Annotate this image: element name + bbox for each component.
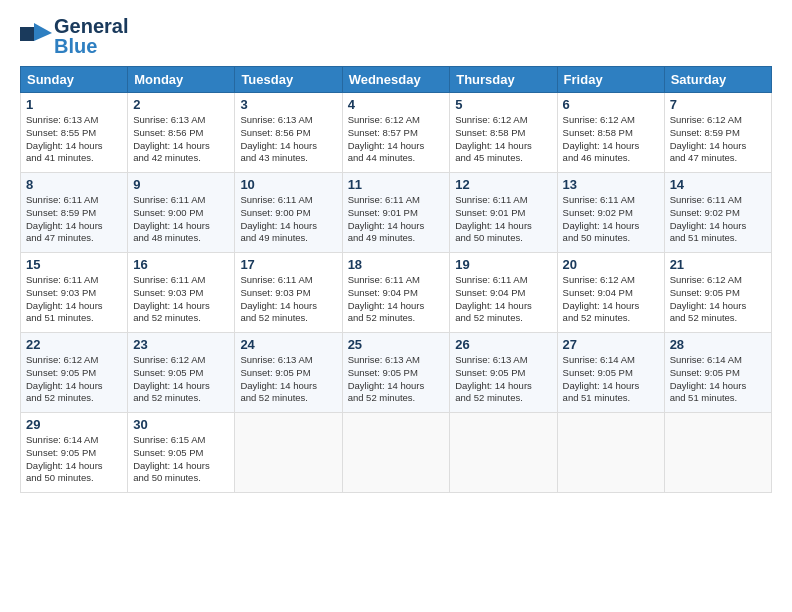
day-number: 9: [133, 177, 229, 192]
calendar-cell: 9Sunrise: 6:11 AM Sunset: 9:00 PM Daylig…: [128, 173, 235, 253]
calendar-cell: [235, 413, 342, 493]
day-info: Sunrise: 6:13 AM Sunset: 8:55 PM Dayligh…: [26, 114, 122, 165]
calendar-cell: [664, 413, 771, 493]
calendar-week-3: 15Sunrise: 6:11 AM Sunset: 9:03 PM Dayli…: [21, 253, 772, 333]
calendar-week-5: 29Sunrise: 6:14 AM Sunset: 9:05 PM Dayli…: [21, 413, 772, 493]
day-number: 24: [240, 337, 336, 352]
calendar-cell: 2Sunrise: 6:13 AM Sunset: 8:56 PM Daylig…: [128, 93, 235, 173]
day-info: Sunrise: 6:11 AM Sunset: 9:01 PM Dayligh…: [455, 194, 551, 245]
day-info: Sunrise: 6:14 AM Sunset: 9:05 PM Dayligh…: [26, 434, 122, 485]
calendar-cell: 23Sunrise: 6:12 AM Sunset: 9:05 PM Dayli…: [128, 333, 235, 413]
day-number: 29: [26, 417, 122, 432]
calendar-week-1: 1Sunrise: 6:13 AM Sunset: 8:55 PM Daylig…: [21, 93, 772, 173]
day-number: 13: [563, 177, 659, 192]
day-info: Sunrise: 6:11 AM Sunset: 9:02 PM Dayligh…: [670, 194, 766, 245]
calendar-cell: 25Sunrise: 6:13 AM Sunset: 9:05 PM Dayli…: [342, 333, 450, 413]
calendar-header-row: SundayMondayTuesdayWednesdayThursdayFrid…: [21, 67, 772, 93]
day-number: 30: [133, 417, 229, 432]
day-number: 22: [26, 337, 122, 352]
weekday-header-tuesday: Tuesday: [235, 67, 342, 93]
calendar-cell: 22Sunrise: 6:12 AM Sunset: 9:05 PM Dayli…: [21, 333, 128, 413]
calendar-cell: 29Sunrise: 6:14 AM Sunset: 9:05 PM Dayli…: [21, 413, 128, 493]
calendar-cell: 3Sunrise: 6:13 AM Sunset: 8:56 PM Daylig…: [235, 93, 342, 173]
calendar-cell: 10Sunrise: 6:11 AM Sunset: 9:00 PM Dayli…: [235, 173, 342, 253]
weekday-header-thursday: Thursday: [450, 67, 557, 93]
day-info: Sunrise: 6:11 AM Sunset: 9:03 PM Dayligh…: [26, 274, 122, 325]
weekday-header-sunday: Sunday: [21, 67, 128, 93]
day-info: Sunrise: 6:12 AM Sunset: 9:05 PM Dayligh…: [26, 354, 122, 405]
calendar-cell: 1Sunrise: 6:13 AM Sunset: 8:55 PM Daylig…: [21, 93, 128, 173]
day-number: 2: [133, 97, 229, 112]
calendar-cell: 17Sunrise: 6:11 AM Sunset: 9:03 PM Dayli…: [235, 253, 342, 333]
day-number: 17: [240, 257, 336, 272]
weekday-header-monday: Monday: [128, 67, 235, 93]
day-number: 27: [563, 337, 659, 352]
day-number: 19: [455, 257, 551, 272]
day-number: 4: [348, 97, 445, 112]
calendar-week-4: 22Sunrise: 6:12 AM Sunset: 9:05 PM Dayli…: [21, 333, 772, 413]
calendar-cell: 28Sunrise: 6:14 AM Sunset: 9:05 PM Dayli…: [664, 333, 771, 413]
day-number: 28: [670, 337, 766, 352]
calendar-cell: 14Sunrise: 6:11 AM Sunset: 9:02 PM Dayli…: [664, 173, 771, 253]
day-info: Sunrise: 6:11 AM Sunset: 9:03 PM Dayligh…: [133, 274, 229, 325]
day-info: Sunrise: 6:13 AM Sunset: 9:05 PM Dayligh…: [348, 354, 445, 405]
calendar-cell: 27Sunrise: 6:14 AM Sunset: 9:05 PM Dayli…: [557, 333, 664, 413]
day-info: Sunrise: 6:11 AM Sunset: 9:01 PM Dayligh…: [348, 194, 445, 245]
calendar-cell: [342, 413, 450, 493]
day-number: 23: [133, 337, 229, 352]
day-number: 1: [26, 97, 122, 112]
logo-icon: [20, 23, 52, 49]
calendar-cell: 8Sunrise: 6:11 AM Sunset: 8:59 PM Daylig…: [21, 173, 128, 253]
day-number: 14: [670, 177, 766, 192]
svg-marker-1: [34, 23, 52, 41]
calendar-table: SundayMondayTuesdayWednesdayThursdayFrid…: [20, 66, 772, 493]
day-number: 16: [133, 257, 229, 272]
day-info: Sunrise: 6:15 AM Sunset: 9:05 PM Dayligh…: [133, 434, 229, 485]
day-number: 6: [563, 97, 659, 112]
day-info: Sunrise: 6:12 AM Sunset: 8:58 PM Dayligh…: [455, 114, 551, 165]
calendar-cell: 16Sunrise: 6:11 AM Sunset: 9:03 PM Dayli…: [128, 253, 235, 333]
day-info: Sunrise: 6:13 AM Sunset: 9:05 PM Dayligh…: [455, 354, 551, 405]
day-info: Sunrise: 6:13 AM Sunset: 8:56 PM Dayligh…: [240, 114, 336, 165]
calendar-cell: 4Sunrise: 6:12 AM Sunset: 8:57 PM Daylig…: [342, 93, 450, 173]
day-info: Sunrise: 6:11 AM Sunset: 9:03 PM Dayligh…: [240, 274, 336, 325]
day-number: 10: [240, 177, 336, 192]
weekday-header-saturday: Saturday: [664, 67, 771, 93]
calendar-cell: 20Sunrise: 6:12 AM Sunset: 9:04 PM Dayli…: [557, 253, 664, 333]
day-number: 7: [670, 97, 766, 112]
day-number: 12: [455, 177, 551, 192]
logo: General Blue: [20, 16, 128, 56]
calendar-cell: 6Sunrise: 6:12 AM Sunset: 8:58 PM Daylig…: [557, 93, 664, 173]
day-number: 15: [26, 257, 122, 272]
day-info: Sunrise: 6:12 AM Sunset: 9:05 PM Dayligh…: [133, 354, 229, 405]
day-info: Sunrise: 6:14 AM Sunset: 9:05 PM Dayligh…: [563, 354, 659, 405]
header: General Blue: [20, 16, 772, 56]
calendar-cell: 15Sunrise: 6:11 AM Sunset: 9:03 PM Dayli…: [21, 253, 128, 333]
calendar-cell: 11Sunrise: 6:11 AM Sunset: 9:01 PM Dayli…: [342, 173, 450, 253]
day-info: Sunrise: 6:12 AM Sunset: 8:57 PM Dayligh…: [348, 114, 445, 165]
day-info: Sunrise: 6:11 AM Sunset: 8:59 PM Dayligh…: [26, 194, 122, 245]
day-number: 25: [348, 337, 445, 352]
day-info: Sunrise: 6:11 AM Sunset: 9:00 PM Dayligh…: [133, 194, 229, 245]
day-info: Sunrise: 6:12 AM Sunset: 8:58 PM Dayligh…: [563, 114, 659, 165]
calendar-cell: 18Sunrise: 6:11 AM Sunset: 9:04 PM Dayli…: [342, 253, 450, 333]
weekday-header-wednesday: Wednesday: [342, 67, 450, 93]
day-info: Sunrise: 6:12 AM Sunset: 9:04 PM Dayligh…: [563, 274, 659, 325]
calendar-cell: 12Sunrise: 6:11 AM Sunset: 9:01 PM Dayli…: [450, 173, 557, 253]
calendar-cell: 13Sunrise: 6:11 AM Sunset: 9:02 PM Dayli…: [557, 173, 664, 253]
day-number: 21: [670, 257, 766, 272]
day-info: Sunrise: 6:11 AM Sunset: 9:00 PM Dayligh…: [240, 194, 336, 245]
day-number: 20: [563, 257, 659, 272]
day-number: 3: [240, 97, 336, 112]
calendar-cell: 7Sunrise: 6:12 AM Sunset: 8:59 PM Daylig…: [664, 93, 771, 173]
day-info: Sunrise: 6:11 AM Sunset: 9:04 PM Dayligh…: [455, 274, 551, 325]
calendar-cell: [557, 413, 664, 493]
calendar-cell: 19Sunrise: 6:11 AM Sunset: 9:04 PM Dayli…: [450, 253, 557, 333]
logo-blue-text: Blue: [54, 36, 128, 56]
day-info: Sunrise: 6:12 AM Sunset: 8:59 PM Dayligh…: [670, 114, 766, 165]
day-number: 5: [455, 97, 551, 112]
calendar-cell: [450, 413, 557, 493]
day-number: 11: [348, 177, 445, 192]
day-info: Sunrise: 6:11 AM Sunset: 9:02 PM Dayligh…: [563, 194, 659, 245]
calendar-cell: 26Sunrise: 6:13 AM Sunset: 9:05 PM Dayli…: [450, 333, 557, 413]
